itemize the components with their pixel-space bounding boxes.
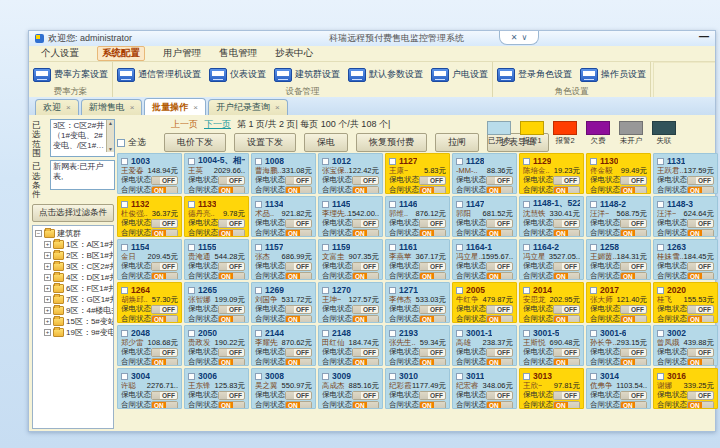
keep-power-toggle[interactable]: OFF: [553, 219, 580, 228]
keep-power-toggle[interactable]: OFF: [620, 348, 647, 357]
expand-node-icon[interactable]: +: [44, 329, 51, 336]
meter-card[interactable]: 1134 术品.. 921.82元 保电状态 OFF 合闸状: [251, 196, 316, 237]
close-tab-icon[interactable]: ×: [66, 103, 71, 112]
switch-toggle[interactable]: ON: [151, 229, 178, 238]
meter-checkbox[interactable]: [590, 201, 597, 208]
meter-card[interactable]: 1264 胡焕邱.. 57.30元 保电状态 OFF 合闸状: [117, 282, 182, 323]
meter-checkbox[interactable]: [657, 330, 664, 337]
meter-card[interactable]: 3009 高成杰 885.16元 保电状态 OFF 合闸状态: [318, 368, 383, 409]
select-all-checkbox[interactable]: [117, 139, 125, 147]
keep-power-toggle[interactable]: OFF: [687, 348, 714, 357]
meter-checkbox[interactable]: [657, 158, 664, 165]
ribbon-button[interactable]: 仪表设置: [209, 68, 266, 82]
meter-card[interactable]: 2193 张先生.. 59.34元 保电状态 OFF 合闸状: [385, 325, 450, 366]
tree-root[interactable]: − 建筑群: [35, 228, 113, 239]
menu-item[interactable]: 个人设置: [41, 47, 79, 60]
keep-power-toggle[interactable]: OFF: [151, 176, 178, 185]
menu-item[interactable]: 抄表中心: [275, 47, 313, 60]
meter-checkbox[interactable]: [255, 201, 262, 208]
meter-checkbox[interactable]: [121, 244, 128, 251]
meter-card[interactable]: 1130 佟金毅 99.49元 保电状态 OFF 合闸状态: [586, 153, 651, 194]
tree-item[interactable]: + 1区：A区1#井: [35, 239, 113, 250]
meter-card[interactable]: 2148 田红仙 184.74元 保电状态 OFF 合闸状态: [318, 325, 383, 366]
ribbon-button[interactable]: 户电设置: [431, 68, 488, 82]
switch-toggle[interactable]: ON: [285, 272, 312, 281]
menu-item[interactable]: 售电管理: [219, 47, 257, 60]
action-button[interactable]: 设置下发: [234, 133, 296, 152]
keep-power-toggle[interactable]: OFF: [218, 219, 245, 228]
meter-card[interactable]: 3001-1 高雄 238.37元 保电状态 OFF 合闸状: [452, 325, 517, 366]
keep-power-toggle[interactable]: OFF: [419, 305, 446, 314]
meter-checkbox[interactable]: [188, 330, 195, 337]
meter-card[interactable]: 1263 桂妹雪.. 184.45元 保电状态 OFF 合闸: [653, 239, 718, 280]
tree-item[interactable]: + 15区：5#变站（3#变…: [35, 316, 113, 327]
document-tab[interactable]: 开户纪录查询×: [208, 99, 288, 115]
keep-power-toggle[interactable]: OFF: [151, 262, 178, 271]
keep-power-toggle[interactable]: OFF: [285, 391, 312, 400]
switch-toggle[interactable]: ON: [285, 229, 312, 238]
minimize-button[interactable]: —: [699, 31, 709, 42]
switch-toggle[interactable]: ON: [486, 186, 513, 195]
keep-power-toggle[interactable]: OFF: [285, 219, 312, 228]
switch-toggle[interactable]: ON: [352, 272, 379, 281]
meter-checkbox[interactable]: [389, 158, 396, 165]
listbox-scrollbar[interactable]: ▲▼: [106, 120, 114, 152]
ribbon-button[interactable]: 建筑群设置: [274, 68, 340, 82]
meter-checkbox[interactable]: [188, 373, 195, 380]
meter-checkbox[interactable]: [523, 287, 530, 294]
keep-power-toggle[interactable]: OFF: [218, 348, 245, 357]
switch-toggle[interactable]: ON: [687, 229, 714, 238]
meter-checkbox[interactable]: [389, 330, 396, 337]
keep-power-toggle[interactable]: OFF: [486, 305, 513, 314]
switch-toggle[interactable]: ON: [352, 229, 379, 238]
meter-card[interactable]: 1271 李伟杰 533.03元 保电状态 OFF 合闸状态: [385, 282, 450, 323]
next-page-link[interactable]: 下一页: [204, 118, 231, 131]
meter-card[interactable]: 1147 郭阳 681.52元 保电状态 OFF 合闸状态: [452, 196, 517, 237]
keep-power-toggle[interactable]: OFF: [620, 219, 647, 228]
meter-card[interactable]: 1270 王坤~ 127.57元 保电状态 OFF 合闸状态: [318, 282, 383, 323]
prev-page-link[interactable]: 上一页: [171, 118, 198, 131]
tree-item[interactable]: + 2区：B区1#井及B区1#楼: [35, 250, 113, 261]
ribbon-button[interactable]: 通信管理机设置: [117, 68, 201, 82]
switch-toggle[interactable]: ON: [285, 358, 312, 367]
switch-toggle[interactable]: ON: [218, 315, 245, 324]
ribbon-button[interactable]: 默认参数设置: [348, 68, 423, 82]
expand-node-icon[interactable]: +: [44, 296, 51, 303]
meter-card[interactable]: 3006 王东锋 125.83元 保电状态 OFF 合闸状态: [184, 368, 249, 409]
ribbon-button[interactable]: 登录角色设置: [497, 68, 572, 82]
switch-toggle[interactable]: ON: [620, 401, 647, 410]
meter-checkbox[interactable]: [523, 158, 530, 165]
meter-checkbox[interactable]: [121, 201, 128, 208]
keep-power-toggle[interactable]: OFF: [687, 391, 714, 400]
meter-checkbox[interactable]: [255, 330, 262, 337]
close-tab-icon[interactable]: ×: [193, 103, 198, 112]
meter-checkbox[interactable]: [456, 158, 463, 165]
tree-item[interactable]: + 7区：G区1#井: [35, 294, 113, 305]
meter-checkbox[interactable]: [121, 330, 128, 337]
meter-card[interactable]: 2144 李耀先 870.62元 保电状态 OFF 合闸状态: [251, 325, 316, 366]
switch-toggle[interactable]: ON: [486, 315, 513, 324]
ribbon-style-pill[interactable]: ✕∨: [499, 31, 539, 45]
meter-card[interactable]: 3004 许聪 2276.71.. 保电状态 OFF 合闸状: [117, 368, 182, 409]
scroll-down-icon[interactable]: ▼: [108, 146, 113, 152]
meter-card[interactable]: 2005 牛红争 479.87元 保电状态 OFF 合闸状态: [452, 282, 517, 323]
action-button[interactable]: 电价下发: [164, 133, 226, 152]
meter-card[interactable]: 1148-1、522 沈慧铁 330.41元 保电状态 OFF: [519, 196, 584, 237]
meter-card[interactable]: 2014 安思龙 202.95元 保电状态 OFF 合闸状态: [519, 282, 584, 323]
switch-toggle[interactable]: ON: [620, 186, 647, 195]
meter-checkbox[interactable]: [523, 201, 530, 208]
meter-card[interactable]: 2050 贵政发 190.22元 保电状态 OFF 合闸状态: [184, 325, 249, 366]
switch-toggle[interactable]: ON: [486, 272, 513, 281]
keep-power-toggle[interactable]: OFF: [218, 176, 245, 185]
keep-power-toggle[interactable]: OFF: [352, 305, 379, 314]
meter-checkbox[interactable]: [255, 244, 262, 251]
switch-toggle[interactable]: ON: [218, 186, 245, 195]
switch-toggle[interactable]: ON: [687, 358, 714, 367]
meter-card[interactable]: 1159 文富圭 907.35元 保电状态 OFF 合闸状态: [318, 239, 383, 280]
meter-checkbox[interactable]: [322, 287, 329, 294]
meter-card[interactable]: 1148-2 汪洋~ 568.75元 保电状态 OFF 合闸: [586, 196, 651, 237]
switch-toggle[interactable]: ON: [553, 315, 580, 324]
switch-toggle[interactable]: ON: [151, 186, 178, 195]
action-button[interactable]: 恢复预付费: [356, 133, 427, 152]
switch-toggle[interactable]: ON: [419, 358, 446, 367]
